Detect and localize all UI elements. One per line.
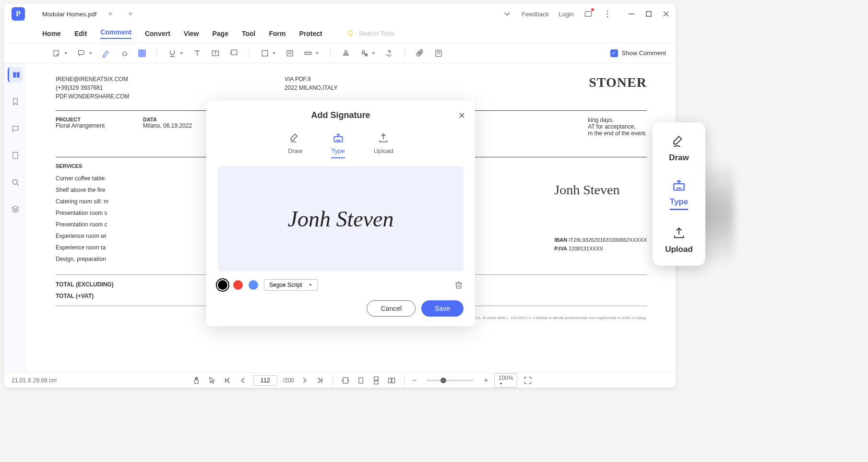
add-signature-modal: Add Signature ✕ Draw Type Upload Jonh St… xyxy=(206,101,475,326)
note-tool[interactable] xyxy=(52,48,68,58)
svg-point-3 xyxy=(607,16,608,18)
stamp-tool[interactable] xyxy=(341,48,351,58)
color-blue[interactable] xyxy=(249,280,258,290)
search-tools[interactable]: Search Tools xyxy=(345,29,395,38)
svg-point-28 xyxy=(362,50,365,53)
comment-list-tool[interactable] xyxy=(434,48,443,58)
menu-edit[interactable]: Edit xyxy=(74,30,87,37)
svg-rect-36 xyxy=(16,72,19,78)
svg-rect-42 xyxy=(343,378,348,383)
minimize-button[interactable] xyxy=(626,8,637,20)
add-tab-icon[interactable]: + xyxy=(128,9,133,19)
page-total: /200 xyxy=(283,377,294,384)
color-red[interactable] xyxy=(233,280,243,290)
first-page-icon[interactable] xyxy=(223,376,232,385)
tab-upload[interactable]: Upload xyxy=(374,132,393,158)
font-select[interactable]: Segoe Script xyxy=(264,279,318,291)
signature-canvas[interactable]: Jonh Steven xyxy=(218,166,464,272)
modal-title: Add Signature xyxy=(218,110,464,120)
callout-upload[interactable]: Upload xyxy=(665,225,693,254)
svg-point-1 xyxy=(607,11,608,12)
show-comment-toggle[interactable]: ✓ Show Comment xyxy=(610,49,666,57)
textbox-tool[interactable] xyxy=(211,48,220,58)
close-button[interactable] xyxy=(660,8,672,20)
menubar: Home Edit Comment Convert View Page Tool… xyxy=(4,24,676,43)
cancel-button[interactable]: Cancel xyxy=(367,300,416,317)
menu-view[interactable]: View xyxy=(184,30,199,37)
menu-page[interactable]: Page xyxy=(212,30,228,37)
fullscreen-icon[interactable] xyxy=(523,376,533,385)
sidebar-attachments[interactable] xyxy=(8,148,23,163)
modal-tabs: Draw Type Upload xyxy=(218,132,464,158)
two-page-icon[interactable] xyxy=(387,376,396,385)
stamp-create-tool[interactable] xyxy=(359,48,376,58)
highlight-tool[interactable] xyxy=(102,48,111,58)
menu-comment[interactable]: Comment xyxy=(100,28,131,39)
single-page-icon[interactable] xyxy=(356,376,366,385)
area-highlight-tool[interactable] xyxy=(285,48,295,58)
signature-tool[interactable] xyxy=(384,48,394,58)
callout-type[interactable]: Type xyxy=(670,178,688,210)
sidebar-bookmarks[interactable] xyxy=(8,94,23,109)
shape-color[interactable] xyxy=(138,49,146,57)
modal-close-icon[interactable]: ✕ xyxy=(458,110,465,121)
svg-rect-5 xyxy=(646,12,651,16)
login-link[interactable]: Login xyxy=(559,11,574,18)
maximize-button[interactable] xyxy=(643,8,654,20)
zoom-select[interactable]: 100% xyxy=(494,373,518,388)
menu-tool[interactable]: Tool xyxy=(242,30,256,37)
keyboard-icon xyxy=(671,178,687,193)
chevron-down-icon[interactable] xyxy=(502,9,512,19)
svg-rect-48 xyxy=(334,137,342,142)
svg-point-26 xyxy=(345,50,347,53)
fit-width-icon[interactable] xyxy=(341,376,350,385)
close-tab-icon[interactable]: × xyxy=(108,10,112,18)
attachment-tool[interactable] xyxy=(416,48,425,58)
hand-tool-icon[interactable] xyxy=(192,376,202,385)
save-button[interactable]: Save xyxy=(421,300,464,317)
sidebar-search[interactable] xyxy=(8,175,23,190)
modal-actions: Cancel Save xyxy=(218,300,464,317)
eraser-tool[interactable] xyxy=(120,48,130,58)
next-page-icon[interactable] xyxy=(300,376,309,385)
continuous-icon[interactable] xyxy=(371,376,381,385)
tab-type[interactable]: Type xyxy=(331,132,345,158)
callout-shadow xyxy=(701,125,734,302)
sidebar-thumbnails[interactable] xyxy=(8,67,23,83)
pen-icon xyxy=(671,134,687,149)
sidebar-layers[interactable] xyxy=(8,201,23,217)
menu-convert[interactable]: Convert xyxy=(145,30,170,37)
underline-tool[interactable] xyxy=(167,48,184,58)
kebab-menu-icon[interactable] xyxy=(603,9,612,19)
tab-draw[interactable]: Draw xyxy=(288,132,302,158)
notification-icon[interactable] xyxy=(583,9,593,19)
text-tool[interactable] xyxy=(192,48,202,58)
zoom-in-icon[interactable]: + xyxy=(484,376,488,385)
callout-draw[interactable]: Draw xyxy=(669,134,689,163)
sidebar-comments[interactable] xyxy=(8,121,23,136)
page-number-input[interactable] xyxy=(253,375,277,386)
zoom-slider[interactable] xyxy=(426,379,474,381)
rectangle-tool[interactable] xyxy=(260,48,276,58)
callout-tool[interactable] xyxy=(77,48,93,58)
svg-rect-10 xyxy=(78,50,84,54)
signature-options: Segoe Script xyxy=(218,279,464,291)
measure-tool[interactable] xyxy=(303,48,320,58)
text-callout-tool[interactable] xyxy=(229,48,238,58)
delete-signature-icon[interactable] xyxy=(454,280,464,290)
file-tab[interactable]: Modular Homes.pdf × xyxy=(35,6,120,22)
svg-rect-0 xyxy=(585,12,591,16)
select-tool-icon[interactable] xyxy=(207,376,217,385)
check-icon: ✓ xyxy=(610,49,618,57)
zoom-out-icon[interactable]: − xyxy=(412,376,416,385)
svg-rect-46 xyxy=(388,378,391,383)
doc-logo: STONER xyxy=(589,75,647,90)
feedback-link[interactable]: Feedback xyxy=(522,11,549,18)
menu-form[interactable]: Form xyxy=(269,30,285,37)
svg-line-39 xyxy=(17,184,18,185)
menu-home[interactable]: Home xyxy=(42,30,61,37)
color-black[interactable] xyxy=(218,280,227,290)
menu-protect[interactable]: Protect xyxy=(299,30,322,37)
prev-page-icon[interactable] xyxy=(238,376,248,385)
last-page-icon[interactable] xyxy=(315,376,325,385)
